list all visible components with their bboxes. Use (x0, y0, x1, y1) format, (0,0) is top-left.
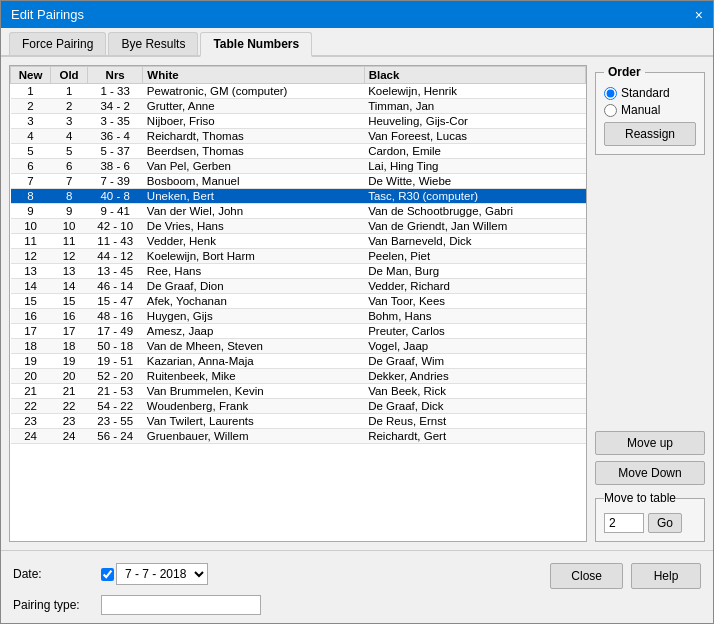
tab-table-numbers[interactable]: Table Numbers (200, 32, 312, 57)
cell-new: 15 (11, 294, 51, 309)
cell-new: 6 (11, 159, 51, 174)
cell-nrs: 52 - 20 (88, 369, 143, 384)
cell-nrs: 21 - 53 (88, 384, 143, 399)
cell-nrs: 34 - 2 (88, 99, 143, 114)
table-row[interactable]: 3 3 3 - 35 Nijboer, Friso Heuveling, Gij… (11, 114, 586, 129)
footer-buttons: Close Help (550, 563, 701, 589)
cell-old: 8 (51, 189, 88, 204)
cell-white: Huygen, Gijs (143, 309, 364, 324)
manual-radio[interactable] (604, 104, 617, 117)
table-row[interactable]: 11 11 11 - 43 Vedder, Henk Van Barneveld… (11, 234, 586, 249)
cell-white: Van der Wiel, John (143, 204, 364, 219)
table-row[interactable]: 2 2 34 - 2 Grutter, Anne Timman, Jan (11, 99, 586, 114)
order-group: Order Standard Manual Reassign (595, 65, 705, 155)
reassign-button[interactable]: Reassign (604, 122, 696, 146)
pairings-table: New Old Nrs White Black 1 1 1 - 33 Pewat… (10, 66, 586, 444)
cell-white: Afek, Yochanan (143, 294, 364, 309)
cell-black: Timman, Jan (364, 99, 585, 114)
col-header-white: White (143, 67, 364, 84)
table-row[interactable]: 14 14 46 - 14 De Graaf, Dion Vedder, Ric… (11, 279, 586, 294)
cell-new: 3 (11, 114, 51, 129)
cell-new: 22 (11, 399, 51, 414)
close-window-button[interactable]: × (695, 8, 703, 22)
cell-white: Grutter, Anne (143, 99, 364, 114)
cell-nrs: 17 - 49 (88, 324, 143, 339)
cell-black: De Reus, Ernst (364, 414, 585, 429)
cell-new: 9 (11, 204, 51, 219)
table-row[interactable]: 16 16 48 - 16 Huygen, Gijs Bohm, Hans (11, 309, 586, 324)
pairing-type-input[interactable] (101, 595, 261, 615)
cell-black: Van Toor, Kees (364, 294, 585, 309)
table-row[interactable]: 19 19 19 - 51 Kazarian, Anna-Maja De Gra… (11, 354, 586, 369)
order-legend: Order (604, 65, 645, 79)
cell-old: 5 (51, 144, 88, 159)
cell-old: 6 (51, 159, 88, 174)
cell-old: 16 (51, 309, 88, 324)
table-row[interactable]: 20 20 52 - 20 Ruitenbeek, Mike Dekker, A… (11, 369, 586, 384)
cell-old: 13 (51, 264, 88, 279)
cell-black: Cardon, Emile (364, 144, 585, 159)
table-row[interactable]: 4 4 36 - 4 Reichardt, Thomas Van Foreest… (11, 129, 586, 144)
table-row[interactable]: 6 6 38 - 6 Van Pel, Gerben Lai, Hing Tin… (11, 159, 586, 174)
cell-black: Van Barneveld, Dick (364, 234, 585, 249)
move-down-button[interactable]: Move Down (595, 461, 705, 485)
cell-black: Bohm, Hans (364, 309, 585, 324)
table-row[interactable]: 18 18 50 - 18 Van de Mheen, Steven Vogel… (11, 339, 586, 354)
table-row[interactable]: 5 5 5 - 37 Beerdsen, Thomas Cardon, Emil… (11, 144, 586, 159)
tab-bye-results[interactable]: Bye Results (108, 32, 198, 55)
manual-label: Manual (621, 103, 660, 117)
cell-new: 8 (11, 189, 51, 204)
date-checkbox[interactable] (101, 568, 114, 581)
table-row[interactable]: 15 15 15 - 47 Afek, Yochanan Van Toor, K… (11, 294, 586, 309)
cell-nrs: 11 - 43 (88, 234, 143, 249)
table-scroll[interactable]: New Old Nrs White Black 1 1 1 - 33 Pewat… (10, 66, 586, 541)
table-row[interactable]: 21 21 21 - 53 Van Brummelen, Kevin Van B… (11, 384, 586, 399)
table-row[interactable]: 7 7 7 - 39 Bosboom, Manuel De Witte, Wie… (11, 174, 586, 189)
table-row[interactable]: 24 24 56 - 24 Gruenbauer, Willem Reichar… (11, 429, 586, 444)
cell-black: Van de Schootbrugge, Gabri (364, 204, 585, 219)
table-row[interactable]: 13 13 13 - 45 Ree, Hans De Man, Burg (11, 264, 586, 279)
move-table-input[interactable] (604, 513, 644, 533)
date-row: Date: 7 - 7 - 2018 Close Help (13, 559, 701, 589)
cell-black: Van Foreest, Lucas (364, 129, 585, 144)
cell-black: Van Beek, Rick (364, 384, 585, 399)
date-dropdown[interactable]: 7 - 7 - 2018 (116, 563, 208, 585)
cell-new: 7 (11, 174, 51, 189)
table-row[interactable]: 9 9 9 - 41 Van der Wiel, John Van de Sch… (11, 204, 586, 219)
move-up-button[interactable]: Move up (595, 431, 705, 455)
cell-white: Woudenberg, Frank (143, 399, 364, 414)
tab-force-pairing[interactable]: Force Pairing (9, 32, 106, 55)
table-row[interactable]: 22 22 54 - 22 Woudenberg, Frank De Graaf… (11, 399, 586, 414)
move-to-table-legend: Move to table (604, 491, 676, 505)
cell-nrs: 13 - 45 (88, 264, 143, 279)
table-section: New Old Nrs White Black 1 1 1 - 33 Pewat… (9, 65, 587, 542)
cell-old: 10 (51, 219, 88, 234)
cell-old: 19 (51, 354, 88, 369)
pairing-type-label: Pairing type: (13, 598, 93, 612)
cell-white: Vedder, Henk (143, 234, 364, 249)
cell-new: 21 (11, 384, 51, 399)
go-button[interactable]: Go (648, 513, 682, 533)
table-row[interactable]: 8 8 40 - 8 Uneken, Bert Tasc, R30 (compu… (11, 189, 586, 204)
table-row[interactable]: 12 12 44 - 12 Koelewijn, Bort Harm Peele… (11, 249, 586, 264)
cell-white: Kazarian, Anna-Maja (143, 354, 364, 369)
help-button[interactable]: Help (631, 563, 701, 589)
cell-black: Vogel, Jaap (364, 339, 585, 354)
standard-radio[interactable] (604, 87, 617, 100)
cell-old: 7 (51, 174, 88, 189)
cell-new: 10 (11, 219, 51, 234)
cell-old: 3 (51, 114, 88, 129)
close-button[interactable]: Close (550, 563, 623, 589)
cell-new: 1 (11, 84, 51, 99)
table-row[interactable]: 1 1 1 - 33 Pewatronic, GM (computer) Koe… (11, 84, 586, 99)
table-row[interactable]: 17 17 17 - 49 Amesz, Jaap Preuter, Carlo… (11, 324, 586, 339)
cell-new: 12 (11, 249, 51, 264)
cell-old: 15 (51, 294, 88, 309)
cell-new: 20 (11, 369, 51, 384)
table-row[interactable]: 10 10 42 - 10 De Vries, Hans Van de Grie… (11, 219, 586, 234)
table-row[interactable]: 23 23 23 - 55 Van Twilert, Laurents De R… (11, 414, 586, 429)
cell-white: Gruenbauer, Willem (143, 429, 364, 444)
cell-white: Bosboom, Manuel (143, 174, 364, 189)
cell-nrs: 23 - 55 (88, 414, 143, 429)
cell-new: 23 (11, 414, 51, 429)
